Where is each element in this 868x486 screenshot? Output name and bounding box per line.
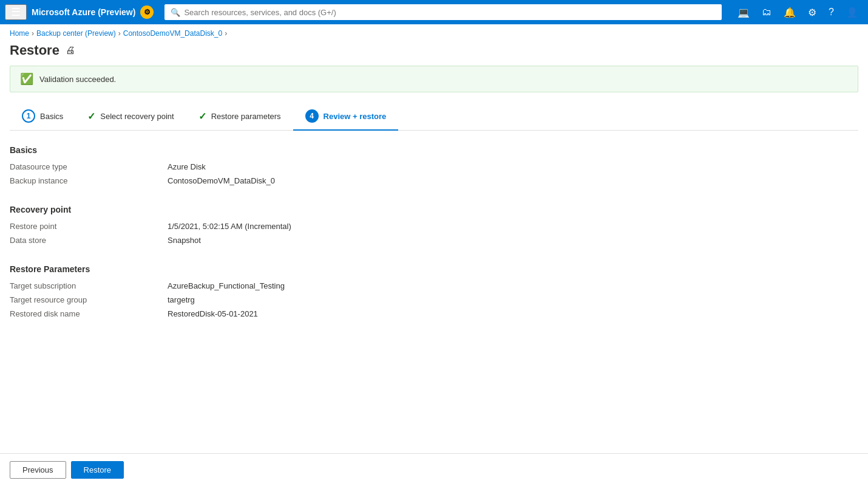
breadcrumb-home[interactable]: Home	[10, 29, 29, 38]
restore-point-row: Restore point 1/5/2021, 5:02:15 AM (Incr…	[10, 222, 858, 231]
previous-button[interactable]: Previous	[10, 461, 66, 479]
breadcrumb-disk[interactable]: ContosoDemoVM_DataDisk_0	[123, 29, 222, 38]
backup-instance-label: Backup instance	[10, 176, 168, 185]
page-title: Restore	[10, 43, 59, 58]
step-basics[interactable]: 1 Basics	[10, 104, 75, 130]
portal-menu-button[interactable]: 🗂	[757, 4, 776, 20]
step-review[interactable]: 4 Review + restore	[293, 104, 399, 130]
account-button[interactable]: 👤	[841, 4, 863, 21]
target-subscription-row: Target subscription AzureBackup_Function…	[10, 281, 858, 290]
step-recovery-label: Select recovery point	[100, 112, 174, 121]
step-basics-label: Basics	[40, 112, 63, 121]
topbar-actions: 💻 🗂 🔔 ⚙ ? 👤	[733, 4, 863, 21]
restore-button[interactable]: Restore	[71, 461, 124, 479]
datasource-type-row: Datasource type Azure Disk	[10, 162, 858, 171]
breadcrumb: Home › Backup center (Preview) › Contoso…	[0, 24, 868, 40]
step-params-label: Restore parameters	[211, 112, 281, 121]
search-input[interactable]	[184, 8, 716, 17]
validation-banner: ✅ Validation succeeded.	[10, 66, 858, 92]
target-subscription-value: AzureBackup_Functional_Testing	[168, 281, 285, 290]
hamburger-button[interactable]: ☰	[5, 4, 27, 20]
target-resource-group-row: Target resource group targetrg	[10, 295, 858, 304]
help-button[interactable]: ?	[824, 4, 839, 20]
settings-button[interactable]: ⚙	[803, 4, 821, 21]
validation-text: Validation succeeded.	[39, 75, 116, 84]
backup-instance-row: Backup instance ContosoDemoVM_DataDisk_0	[10, 176, 858, 185]
restore-point-value: 1/5/2021, 5:02:15 AM (Incremental)	[168, 222, 291, 231]
topbar-title: Microsoft Azure (Preview)	[32, 7, 135, 17]
data-store-label: Data store	[10, 236, 168, 245]
datasource-type-label: Datasource type	[10, 162, 168, 171]
data-store-value: Snapshot	[168, 236, 201, 245]
restored-disk-name-label: Restored disk name	[10, 309, 168, 318]
notifications-button[interactable]: 🔔	[779, 4, 801, 21]
topbar: ☰ Microsoft Azure (Preview) ⚙ 🔍 💻 🗂 🔔 ⚙ …	[0, 0, 868, 24]
topbar-badge: ⚙	[140, 5, 154, 19]
step-basics-number: 1	[22, 109, 35, 123]
search-icon: 🔍	[171, 8, 180, 17]
search-box[interactable]: 🔍	[164, 4, 722, 20]
restore-params-section: Restore Parameters Target subscription A…	[10, 264, 858, 323]
breadcrumb-sep-2: ›	[118, 29, 121, 38]
print-icon[interactable]: 🖨	[66, 45, 75, 56]
basics-section: Basics Datasource type Azure Disk Backup…	[10, 145, 858, 190]
page-header: Restore 🖨	[0, 40, 868, 66]
target-resource-group-value: targetrg	[168, 295, 195, 304]
restored-disk-name-value: RestoredDisk-05-01-2021	[168, 309, 258, 318]
validation-success-icon: ✅	[20, 72, 33, 86]
breadcrumb-sep-3: ›	[225, 29, 227, 38]
step-params-check: ✓	[198, 111, 206, 122]
restore-params-section-title: Restore Parameters	[10, 264, 858, 274]
backup-instance-value: ContosoDemoVM_DataDisk_0	[168, 176, 275, 185]
step-recovery-check: ✓	[87, 111, 95, 122]
step-review-label: Review + restore	[324, 112, 387, 121]
breadcrumb-backup-center[interactable]: Backup center (Preview)	[36, 29, 116, 38]
main-content: ✅ Validation succeeded. 1 Basics ✓ Selec…	[0, 66, 868, 453]
datasource-type-value: Azure Disk	[168, 162, 206, 171]
target-resource-group-label: Target resource group	[10, 295, 168, 304]
breadcrumb-sep-1: ›	[32, 29, 34, 38]
step-review-number: 4	[305, 109, 319, 123]
step-recovery[interactable]: ✓ Select recovery point	[75, 106, 186, 129]
restored-disk-name-row: Restored disk name RestoredDisk-05-01-20…	[10, 309, 858, 318]
steps-bar: 1 Basics ✓ Select recovery point ✓ Resto…	[10, 104, 858, 131]
data-store-row: Data store Snapshot	[10, 236, 858, 245]
restore-point-label: Restore point	[10, 222, 168, 231]
target-subscription-label: Target subscription	[10, 281, 168, 290]
recovery-point-section: Recovery point Restore point 1/5/2021, 5…	[10, 205, 858, 250]
step-params[interactable]: ✓ Restore parameters	[186, 106, 293, 129]
basics-section-title: Basics	[10, 145, 858, 155]
cloud-shell-button[interactable]: 💻	[733, 4, 754, 21]
bottom-bar: Previous Restore	[0, 453, 868, 486]
recovery-point-section-title: Recovery point	[10, 205, 858, 214]
